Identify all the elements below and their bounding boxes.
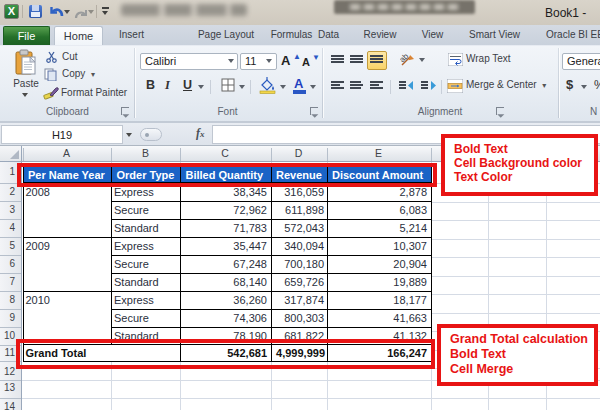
svg-text:ab: ab [400, 52, 411, 64]
